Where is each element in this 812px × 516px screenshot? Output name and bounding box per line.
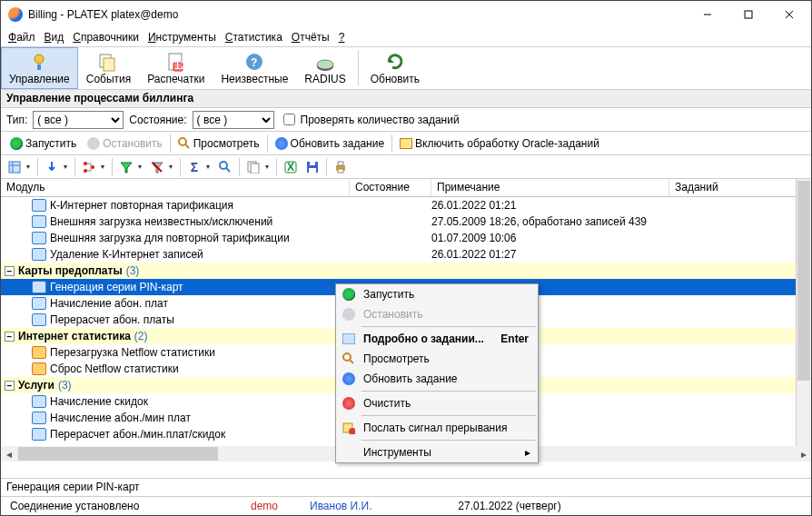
task-icon [32, 199, 46, 212]
print-btn[interactable] [331, 157, 351, 177]
ctx-start[interactable]: Запустить [336, 284, 538, 304]
ctx-stop: Остановить [336, 304, 538, 324]
task-icon [32, 412, 46, 424]
chevron-right-icon: ▸ [525, 446, 530, 459]
col-state[interactable]: Состояние [350, 179, 431, 196]
tb-manage-label: Управление [9, 73, 70, 85]
svg-rect-33 [342, 333, 355, 344]
menu-reports[interactable]: Отчёты [288, 30, 333, 45]
collapse-icon[interactable]: − [5, 381, 15, 391]
search-btn[interactable] [215, 157, 235, 177]
copy-btn[interactable] [243, 157, 263, 177]
filter-clear-btn[interactable] [147, 157, 167, 177]
db-icon [400, 138, 412, 149]
table-row[interactable]: Внешняя загрузка для повторной тарификац… [1, 230, 811, 246]
table-row[interactable]: К-Интернет повторная тарификация26.01.20… [1, 197, 811, 213]
ctx-update[interactable]: Обновить задание [336, 369, 538, 389]
view-button[interactable]: Просмотреть [174, 136, 263, 151]
app-icon [8, 7, 23, 22]
start-button[interactable]: Запустить [6, 136, 80, 151]
scrollbar-vertical[interactable] [796, 179, 811, 446]
col-module[interactable]: Модуль [1, 179, 350, 196]
check-tasks-checkbox[interactable] [283, 114, 295, 125]
maximize-button[interactable] [728, 2, 768, 27]
table-row[interactable]: Удаление К-Интернет записей26.01.2022 01… [1, 246, 811, 263]
menu-stats[interactable]: Статистика [222, 30, 286, 45]
refresh-icon [342, 372, 355, 385]
tb-unknown-label: Неизвестные [221, 73, 288, 85]
update-button[interactable]: Обновить задание [272, 136, 389, 151]
menu-dicts[interactable]: Справочники [69, 30, 143, 45]
view-label: Просмотреть [193, 137, 260, 150]
task-icon [32, 232, 46, 244]
filter-row: Тип: ( все ) Состояние: ( все ) Проверят… [1, 108, 811, 132]
tb-unknown[interactable]: ? Неизвестные [213, 47, 296, 89]
menu-file[interactable]: Файл [5, 30, 39, 45]
window-title: Billing - PLATEX platex@demo [28, 8, 687, 21]
svg-text:X: X [287, 161, 294, 174]
group-prepaid-cards[interactable]: −Карты предоплаты(3) [1, 263, 811, 279]
layout-btn[interactable] [5, 157, 25, 177]
sigma-btn[interactable]: Σ [184, 157, 204, 177]
svg-rect-32 [338, 169, 343, 173]
task-icon [32, 313, 46, 326]
tb-radius[interactable]: RADIUS [296, 47, 353, 89]
collapse-icon[interactable]: − [5, 332, 15, 342]
excel-btn[interactable]: X [281, 157, 301, 177]
task-icon [32, 297, 46, 310]
tree-btn[interactable] [79, 157, 99, 177]
ctx-details[interactable]: Подробно о задании...Enter [336, 329, 538, 349]
svg-rect-14 [9, 162, 20, 173]
ctx-tools[interactable]: Инструменты▸ [336, 442, 538, 462]
task-icon [32, 346, 46, 359]
oracle-toggle-button[interactable]: Включить обработку Oracle-заданий [396, 136, 603, 151]
check-tasks-label: Проверять количество заданий [301, 114, 460, 126]
table-row[interactable]: Внешняя загрузка неизвестных/исключений2… [1, 213, 811, 230]
unknown-icon: ? [244, 52, 264, 72]
close-button[interactable] [768, 2, 809, 27]
tb-manage[interactable]: Управление [1, 47, 78, 89]
col-note[interactable]: Примечание [431, 179, 669, 196]
task-icon [32, 362, 46, 375]
state-select[interactable]: ( все ) [193, 111, 274, 129]
svg-rect-29 [310, 162, 315, 165]
status-name: Иванов И.И. [301, 500, 419, 512]
tb-refresh-label: Обновить [371, 73, 420, 85]
collapse-icon[interactable]: − [5, 266, 15, 276]
ctx-clear[interactable]: Очистить [336, 393, 538, 413]
sort-btn[interactable] [42, 157, 62, 177]
menu-help[interactable]: ? [335, 30, 349, 45]
minimize-button[interactable] [687, 2, 728, 27]
page-header: Управление процессами биллинга [1, 90, 811, 108]
context-menu: Запустить Остановить Подробно о задании.… [335, 283, 539, 463]
play-icon [10, 137, 23, 150]
type-select[interactable]: ( все ) [33, 111, 124, 129]
filter-btn[interactable] [116, 157, 136, 177]
tb-events[interactable]: События [78, 47, 140, 89]
toolbar-sep [358, 51, 359, 85]
ctx-view[interactable]: Просмотреть [336, 349, 538, 369]
svg-line-13 [185, 144, 189, 148]
menubar: Файл Вид Справочники Инструменты Статист… [1, 28, 811, 46]
col-tasks[interactable]: Заданий [669, 179, 811, 196]
magnifier-icon [178, 137, 191, 150]
save-btn[interactable] [302, 157, 322, 177]
refresh-icon [385, 52, 405, 72]
table-header: Модуль Состояние Примечание Заданий [1, 179, 811, 197]
action-toolbar: Запустить Остановить Просмотреть Обновит… [1, 132, 811, 155]
stop-button: Остановить [84, 136, 166, 151]
menu-view[interactable]: Вид [41, 30, 68, 45]
menu-tools[interactable]: Инструменты [144, 30, 220, 45]
tb-events-label: События [86, 73, 132, 85]
sep [267, 134, 268, 153]
svg-point-34 [343, 353, 351, 361]
tb-refresh[interactable]: Обновить [362, 47, 428, 89]
clear-icon [342, 397, 355, 410]
tb-printouts-label: Распечатки [147, 73, 204, 85]
sep [391, 134, 392, 153]
ctx-signal[interactable]: Послать сигнал прерывания [336, 418, 538, 438]
start-label: Запустить [25, 137, 76, 150]
svg-point-21 [220, 162, 227, 169]
svg-point-11 [317, 60, 333, 69]
tb-printouts[interactable]: 123 Распечатки [139, 47, 213, 89]
